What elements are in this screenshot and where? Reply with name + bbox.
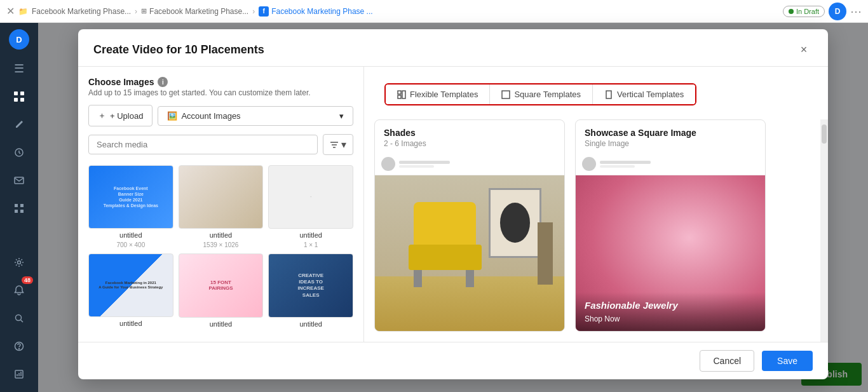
sidebar: D ☰ 48 (0, 23, 38, 392)
choose-images-section: Choose Images i Add up to 15 images to g… (88, 77, 353, 97)
breadcrumb-3[interactable]: f Facebook Marketing Phase ... (259, 6, 372, 17)
svg-rect-5 (15, 177, 24, 184)
svg-line-12 (21, 320, 24, 323)
breadcrumb-2[interactable]: ⊞ Facebook Marketing Phase... (141, 7, 248, 16)
svg-rect-23 (402, 91, 405, 98)
image-size-0: 700 × 400 (88, 241, 173, 248)
svg-rect-6 (15, 204, 18, 207)
close-icon[interactable]: ✕ (6, 5, 15, 17)
breadcrumb-sep-1: › (135, 7, 137, 16)
image-item-2[interactable]: · untitled 1 × 1 (268, 165, 353, 248)
image-label-5: untitled (268, 320, 353, 328)
sidebar-help-icon[interactable] (8, 335, 31, 358)
save-button[interactable]: Save (762, 351, 813, 371)
cancel-button[interactable]: Cancel (700, 350, 754, 372)
svg-rect-0 (14, 91, 18, 95)
images-icon: 🖼️ (167, 111, 177, 121)
tab-square-templates[interactable]: Square Templates (490, 84, 593, 104)
shades-title: Shades (384, 128, 555, 138)
template-card-shades-header: Shades 2 - 6 Images (375, 120, 564, 153)
modal-title: Create Video for 10 Placements (93, 43, 264, 57)
status-dot (789, 9, 794, 14)
image-label-1: untitled (179, 231, 264, 239)
post-avatar-2 (582, 157, 596, 171)
template-tabs-wrapper: Flexible Templates Square Templates (384, 83, 696, 105)
image-thumb-2: · (268, 165, 353, 229)
sidebar-menu-icon[interactable]: ☰ (8, 57, 31, 80)
account-images-button[interactable]: 🖼️ Account Images ▾ (158, 106, 353, 126)
tab-flexible-templates[interactable]: Flexible Templates (386, 84, 490, 104)
image-label-3: untitled (88, 320, 173, 327)
choose-images-sublabel: Add up to 15 images to get started. You … (88, 88, 353, 97)
svg-rect-2 (14, 98, 18, 102)
template-cards-area: Shades 2 - 6 Images (364, 119, 828, 342)
search-input[interactable] (88, 135, 318, 154)
scrollbar-thumb (822, 125, 827, 144)
status-badge: In Draft (783, 6, 825, 17)
svg-rect-1 (20, 91, 24, 95)
image-item-1[interactable]: untitled 1539 × 1026 (179, 165, 264, 248)
showcase-subtitle: Single Image (585, 139, 756, 148)
square-icon (501, 90, 510, 99)
showcase-preview: Fashionable Jewelry Shop Now (576, 153, 765, 331)
modal-body: Choose Images i Add up to 15 images to g… (78, 67, 828, 342)
sidebar-avatar[interactable]: D (9, 29, 29, 50)
info-icon[interactable]: i (158, 77, 168, 87)
grid-icon-small: ⊞ (141, 7, 147, 15)
template-tabs-section: Flexible Templates Square Templates (364, 67, 828, 119)
top-bar: ✕ 📁 Facebook Marketing Phase... › ⊞ Face… (0, 0, 868, 23)
upload-button[interactable]: ＋ + Upload (88, 105, 153, 126)
showcase-overlay-title: Fashionable Jewelry (585, 300, 756, 311)
svg-rect-22 (398, 91, 401, 94)
image-item-4[interactable]: 15 FONTPAIRINGS untitled (179, 253, 264, 327)
sidebar-reports-icon[interactable] (8, 363, 31, 386)
template-cards-scroll[interactable]: Shades 2 - 6 Images (364, 119, 828, 342)
image-item-5[interactable]: CREATIVEIDEAS TOINCREASESALES untitled (268, 253, 353, 327)
search-row: ▾ (88, 134, 353, 155)
modal-header: Create Video for 10 Placements × (78, 29, 828, 67)
right-scrollbar[interactable] (820, 119, 828, 342)
sidebar-edit-icon[interactable] (8, 113, 31, 136)
choose-images-label: Choose Images i (88, 77, 353, 87)
breadcrumb-folder-icon: 📁 (18, 7, 28, 16)
svg-rect-26 (606, 91, 611, 98)
modal-overlay: Create Video for 10 Placements × Choose … (38, 23, 868, 392)
svg-point-10 (18, 261, 21, 264)
sidebar-settings-icon[interactable] (8, 251, 31, 274)
modal-footer: Cancel Save (78, 342, 828, 379)
breadcrumb-area: ✕ 📁 Facebook Marketing Phase... › ⊞ Face… (6, 5, 779, 17)
vertical-icon (604, 90, 613, 99)
sidebar-notifications-icon[interactable]: 48 (8, 279, 31, 302)
more-menu-icon[interactable]: ⋯ (850, 4, 862, 18)
image-thumb-5: CREATIVEIDEAS TOINCREASESALES (268, 253, 353, 317)
modal-close-button[interactable]: × (795, 41, 813, 58)
template-card-showcase[interactable]: Showcase a Square Image Single Image (575, 119, 766, 332)
svg-point-14 (19, 349, 20, 349)
image-item-3[interactable]: Facebook Marketing in 2021A Guide for Yo… (88, 253, 173, 327)
left-panel: Choose Images i Add up to 15 images to g… (78, 67, 364, 342)
sidebar-email-icon[interactable] (8, 169, 31, 192)
shades-preview (375, 153, 564, 331)
image-grid: Facebook EventBanner SizeGuide 2021Templ… (88, 165, 353, 328)
sidebar-dashboard-icon[interactable] (8, 85, 31, 108)
image-size-2: 1 × 1 (268, 241, 353, 248)
sidebar-search-icon[interactable] (8, 307, 31, 330)
tab-vertical-templates[interactable]: Vertical Templates (593, 84, 695, 104)
avatar[interactable]: D (829, 3, 846, 20)
svg-rect-25 (502, 91, 510, 98)
filter-button[interactable]: ▾ (323, 134, 353, 155)
sidebar-grid-icon[interactable] (8, 197, 31, 220)
fb-icon: f (259, 6, 269, 17)
sidebar-history-icon[interactable] (8, 141, 31, 164)
template-card-shades[interactable]: Shades 2 - 6 Images (374, 119, 565, 332)
image-thumb-0: Facebook EventBanner SizeGuide 2021Templ… (88, 165, 173, 229)
svg-rect-8 (15, 210, 18, 213)
chevron-down-filter-icon: ▾ (341, 139, 346, 151)
right-panel: Flexible Templates Square Templates (364, 67, 828, 342)
svg-rect-24 (398, 95, 401, 98)
image-item-0[interactable]: Facebook EventBanner SizeGuide 2021Templ… (88, 165, 173, 248)
showcase-title: Showcase a Square Image (585, 128, 756, 138)
breadcrumb-1[interactable]: Facebook Marketing Phase... (32, 7, 131, 16)
shades-subtitle: 2 - 6 Images (384, 139, 555, 148)
showcase-overlay-cta: Shop Now (585, 314, 756, 323)
